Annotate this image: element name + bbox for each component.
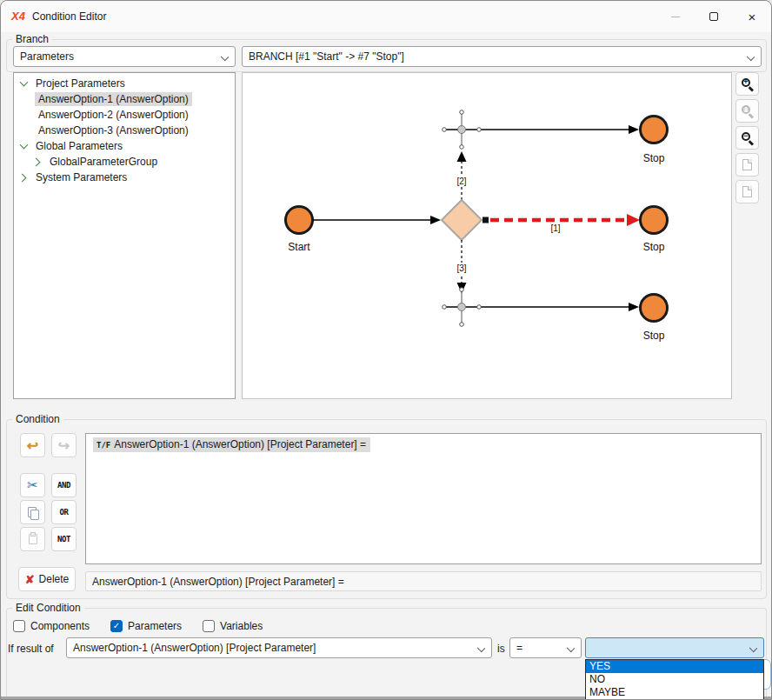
- chevron-down-icon: [567, 644, 575, 652]
- and-button[interactable]: AND: [51, 473, 77, 497]
- checkbox-label: Components: [30, 620, 90, 632]
- zoom-in-button[interactable]: +: [735, 72, 759, 96]
- flow-diagram-svg: [2] Start [1] [3]: [243, 73, 731, 398]
- dropdown-option-no[interactable]: NO: [586, 673, 763, 686]
- checkbox-label: Parameters: [128, 620, 182, 632]
- undo-button[interactable]: ↩: [20, 433, 45, 457]
- paste-button: [20, 527, 45, 551]
- condition-group-label: Condition: [12, 413, 63, 425]
- checkbox-parameters[interactable]: ✓ Parameters: [110, 620, 182, 632]
- maximize-button[interactable]: [695, 1, 733, 32]
- tree-item-answeroption-3[interactable]: AnswerOption-3 (AnswerOption): [14, 123, 235, 138]
- chevron-right-icon[interactable]: [18, 173, 27, 182]
- checkbox-unchecked-icon: [13, 620, 25, 632]
- chevron-down-icon[interactable]: [20, 141, 29, 150]
- zoom-one-to-one-icon: 1:1: [742, 105, 753, 117]
- or-button[interactable]: OR: [51, 500, 77, 524]
- junction-dot: [443, 128, 447, 132]
- check-icon: ✓: [113, 622, 120, 630]
- x4-logo-icon: X4: [11, 10, 25, 23]
- parameter-type-select[interactable]: Parameters: [13, 46, 236, 67]
- tree-item-globalparametergroup[interactable]: GlobalParameterGroup: [14, 154, 235, 170]
- flow-diagram-canvas[interactable]: [2] Start [1] [3]: [242, 72, 732, 399]
- junction-dot: [477, 128, 482, 132]
- copy-button[interactable]: [20, 500, 45, 524]
- stop-label-middle: Stop: [643, 241, 665, 253]
- condition-summary-field: AnswerOption-1 (AnswerOption) [Project P…: [85, 571, 762, 591]
- tree-item-answeroption-1[interactable]: AnswerOption-1 (AnswerOption): [14, 91, 235, 107]
- redo-button: ↪: [51, 433, 77, 457]
- minimize-icon: [671, 17, 680, 17]
- tree-item-label: AnswerOption-1 (AnswerOption): [35, 92, 192, 106]
- operator-select[interactable]: =: [509, 637, 582, 658]
- junction-center: [458, 303, 466, 311]
- operator-value: =: [516, 642, 522, 654]
- junction-dot: [460, 323, 464, 327]
- stop-node-top[interactable]: [641, 117, 668, 143]
- dropdown-option-maybe[interactable]: MAYBE: [586, 686, 763, 699]
- checkbox-variables[interactable]: Variables: [203, 620, 263, 632]
- checkbox-components[interactable]: Components: [13, 620, 90, 632]
- zoom-out-icon: −: [742, 132, 753, 143]
- junction-dot: [460, 110, 464, 115]
- page-icon: [742, 159, 752, 170]
- condition-list[interactable]: T/FAnswerOption-1 (AnswerOption) [Projec…: [85, 433, 762, 564]
- value-select[interactable]: [585, 637, 764, 658]
- junction-dot: [460, 145, 464, 150]
- branch-group-label: Branch: [12, 33, 52, 45]
- fit-width-button: [735, 180, 759, 203]
- condition-list-item[interactable]: T/FAnswerOption-1 (AnswerOption) [Projec…: [93, 437, 370, 452]
- copy-icon: [28, 507, 38, 518]
- if-result-of-label: If result of: [8, 643, 54, 655]
- stop-node-middle[interactable]: [641, 207, 668, 234]
- chevron-down-icon[interactable]: [20, 78, 29, 87]
- checkbox-checked-icon: ✓: [110, 620, 123, 632]
- tree-item-label: AnswerOption-3 (AnswerOption): [35, 123, 192, 137]
- junction-dot: [477, 305, 482, 310]
- not-label: NOT: [57, 535, 70, 543]
- tree-item-project-parameters[interactable]: Project Parameters: [14, 76, 235, 91]
- result-parameter-select[interactable]: AnswerOption-1 (AnswerOption) [Project P…: [66, 637, 492, 658]
- window-title: Condition Editor: [32, 10, 106, 23]
- zoom-out-button[interactable]: −: [735, 126, 759, 150]
- or-label: OR: [60, 508, 69, 517]
- tree-item-global-parameters[interactable]: Global Parameters: [14, 138, 235, 154]
- checkbox-unchecked-icon: [203, 620, 215, 632]
- chevron-right-icon[interactable]: [32, 157, 41, 166]
- arrowhead: [430, 216, 441, 224]
- edge-anchor-square: [482, 217, 489, 223]
- branch-select[interactable]: BRANCH [#1 "Start" -> #7 "Stop"]: [242, 46, 762, 67]
- edge-label-2: [2]: [456, 177, 466, 186]
- result-parameter-value: AnswerOption-1 (AnswerOption) [Project P…: [73, 642, 316, 654]
- tree-item-system-parameters[interactable]: System Parameters: [14, 170, 235, 185]
- close-icon: ×: [749, 10, 756, 23]
- dropdown-option-yes[interactable]: YES: [586, 660, 763, 673]
- chevron-down-icon: [747, 53, 755, 61]
- redo-icon: ↪: [58, 437, 70, 454]
- scissors-icon: ✂: [27, 477, 38, 493]
- delete-button[interactable]: ✘ Delete: [18, 567, 76, 591]
- tree-item-label: Project Parameters: [32, 77, 129, 90]
- decision-node[interactable]: [442, 200, 482, 240]
- branch-select-value: BRANCH [#1 "Start" -> #7 "Stop"]: [249, 50, 404, 63]
- arrowhead: [629, 125, 639, 134]
- close-button[interactable]: ×: [733, 1, 771, 32]
- start-node[interactable]: [286, 207, 313, 234]
- tree-item-label: GlobalParameterGroup: [46, 155, 161, 169]
- parameter-tree: Project Parameters AnswerOption-1 (Answe…: [13, 72, 236, 399]
- stop-node-bottom[interactable]: [641, 295, 668, 322]
- not-button[interactable]: NOT: [51, 527, 77, 551]
- truefalse-badge: T/F: [96, 441, 110, 450]
- junction-center: [458, 126, 466, 134]
- undo-icon: ↩: [27, 437, 38, 454]
- tree-item-answeroption-2[interactable]: AnswerOption-2 (AnswerOption): [14, 107, 235, 123]
- cut-button[interactable]: ✂: [20, 473, 45, 497]
- parameter-type-value: Parameters: [20, 50, 74, 63]
- delete-label: Delete: [39, 573, 70, 585]
- edge-label-3: [3]: [456, 263, 466, 273]
- is-label: is: [497, 643, 505, 655]
- value-dropdown-popup: YES NO MAYBE: [585, 659, 764, 700]
- chevron-down-icon: [477, 644, 485, 652]
- arrowhead: [629, 303, 639, 311]
- condition-expression: AnswerOption-1 (AnswerOption) [Project P…: [114, 438, 366, 450]
